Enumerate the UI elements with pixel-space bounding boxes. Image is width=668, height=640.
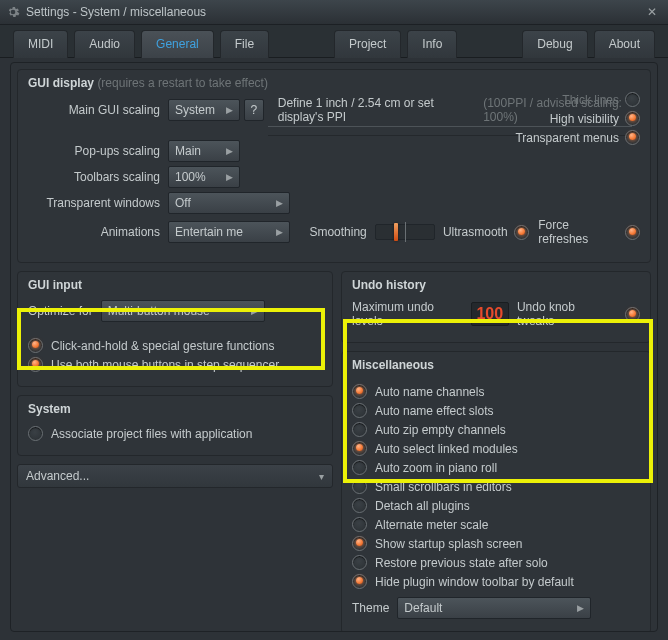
transparent-windows-label: Transparent windows <box>28 196 168 210</box>
smoothing-slider[interactable] <box>375 224 435 240</box>
ultrasmooth-label: Ultrasmooth <box>443 225 508 239</box>
tab-debug[interactable]: Debug <box>522 30 587 58</box>
tab-bar: MIDI Audio General File Project Info Deb… <box>0 25 668 58</box>
animations-combo[interactable]: Entertain me▶ <box>168 221 290 243</box>
tab-file[interactable]: File <box>220 30 269 58</box>
high-visibility-option[interactable]: High visibility <box>550 111 640 126</box>
misc-option-label: Auto name effect slots <box>375 404 494 418</box>
undo-knob-tweaks-option[interactable]: Undo knob tweaks <box>517 300 640 328</box>
help-button[interactable]: ? <box>244 99 264 121</box>
system-legend: System <box>28 402 322 416</box>
radio-icon <box>28 338 43 353</box>
click-hold-option[interactable]: Click-and-hold & special gesture functio… <box>28 338 322 353</box>
theme-value: Default <box>404 601 442 615</box>
chevron-right-icon: ▶ <box>243 306 258 316</box>
both-buttons-option[interactable]: Use both mouse buttons in step sequencer <box>28 357 322 372</box>
tab-audio[interactable]: Audio <box>74 30 135 58</box>
radio-icon <box>28 426 43 441</box>
gear-icon <box>6 5 20 19</box>
radio-icon <box>352 498 367 513</box>
animations-value: Entertain me <box>175 225 243 239</box>
misc-option[interactable]: Auto name effect slots <box>352 403 640 418</box>
theme-combo[interactable]: Default▶ <box>397 597 591 619</box>
chevron-right-icon: ▶ <box>218 105 233 115</box>
radio-icon <box>625 111 640 126</box>
popups-scaling-combo[interactable]: Main▶ <box>168 140 240 162</box>
transparent-windows-combo[interactable]: Off▶ <box>168 192 290 214</box>
misc-option[interactable]: Auto zip empty channels <box>352 422 640 437</box>
titlebar: Settings - System / miscellaneous ✕ <box>0 0 668 25</box>
radio-icon <box>28 357 43 372</box>
transparent-windows-value: Off <box>175 196 191 210</box>
misc-option-label: Detach all plugins <box>375 499 470 513</box>
chevron-right-icon: ▶ <box>268 227 283 237</box>
radio-icon <box>352 479 367 494</box>
close-icon[interactable]: ✕ <box>642 5 662 19</box>
radio-icon <box>352 555 367 570</box>
misc-legend: Miscellaneous <box>352 358 640 372</box>
transparent-menus-label: Transparent menus <box>515 131 619 145</box>
high-visibility-label: High visibility <box>550 112 619 126</box>
tab-project[interactable]: Project <box>334 30 401 58</box>
optimize-for-combo[interactable]: Multi-button mouse▶ <box>101 300 265 322</box>
tab-info[interactable]: Info <box>407 30 457 58</box>
misc-option[interactable]: Restore previous state after solo <box>352 555 640 570</box>
misc-option[interactable]: Detach all plugins <box>352 498 640 513</box>
settings-window: Settings - System / miscellaneous ✕ MIDI… <box>0 0 668 640</box>
ultrasmooth-option[interactable]: Ultrasmooth <box>443 225 529 240</box>
force-refreshes-option[interactable]: Force refreshes <box>538 218 640 246</box>
radio-icon <box>352 460 367 475</box>
thick-lines-option[interactable]: Thick lines <box>562 92 640 107</box>
toolbars-scaling-label: Toolbars scaling <box>28 170 168 184</box>
radio-icon <box>514 225 529 240</box>
gui-input-group: GUI input Optimize for Multi-button mous… <box>17 271 333 387</box>
radio-icon <box>352 422 367 437</box>
system-group: System Associate project files with appl… <box>17 395 333 456</box>
misc-option-label: Auto select linked modules <box>375 442 518 456</box>
misc-option-label: Small scrollbars in editors <box>375 480 512 494</box>
chevron-right-icon: ▶ <box>569 603 584 613</box>
toolbars-scaling-value: 100% <box>175 170 206 184</box>
radio-icon <box>625 92 640 107</box>
misc-option[interactable]: Auto zoom in piano roll <box>352 460 640 475</box>
advanced-toggle[interactable]: Advanced... ▾ <box>17 464 333 488</box>
click-hold-label: Click-and-hold & special gesture functio… <box>51 339 274 353</box>
optimize-for-value: Multi-button mouse <box>108 304 210 318</box>
misc-option[interactable]: Show startup splash screen <box>352 536 640 551</box>
misc-option[interactable]: Alternate meter scale <box>352 517 640 532</box>
misc-option-label: Auto name channels <box>375 385 484 399</box>
advanced-label: Advanced... <box>26 469 89 483</box>
gui-display-legend-text: GUI display <box>28 76 94 90</box>
tab-about[interactable]: About <box>594 30 655 58</box>
associate-label: Associate project files with application <box>51 427 252 441</box>
misc-option-label: Auto zip empty channels <box>375 423 506 437</box>
misc-option[interactable]: Auto select linked modules <box>352 441 640 456</box>
force-refreshes-label: Force refreshes <box>538 218 619 246</box>
settings-body: GUI display (requires a restart to take … <box>10 62 658 632</box>
gui-display-group: GUI display (requires a restart to take … <box>17 69 651 263</box>
main-scaling-combo[interactable]: System▶ <box>168 99 240 121</box>
undo-history-group: Undo history Maximum undo levels 100 Und… <box>341 271 651 343</box>
main-scaling-label: Main GUI scaling <box>28 103 168 117</box>
chevron-right-icon: ▶ <box>218 172 233 182</box>
thick-lines-label: Thick lines <box>562 93 619 107</box>
gui-display-legend-sub: (requires a restart to take effect) <box>97 76 268 90</box>
both-buttons-label: Use both mouse buttons in step sequencer <box>51 358 279 372</box>
tab-midi[interactable]: MIDI <box>13 30 68 58</box>
toolbars-scaling-combo[interactable]: 100%▶ <box>168 166 240 188</box>
radio-icon <box>352 517 367 532</box>
max-undo-label: Maximum undo levels <box>352 300 463 328</box>
window-title: Settings - System / miscellaneous <box>26 5 206 19</box>
main-scaling-value: System <box>175 103 215 117</box>
misc-option[interactable]: Small scrollbars in editors <box>352 479 640 494</box>
associate-option[interactable]: Associate project files with application <box>28 426 322 441</box>
transparent-menus-option[interactable]: Transparent menus <box>515 130 640 145</box>
max-undo-value[interactable]: 100 <box>471 302 509 326</box>
animations-label: Animations <box>28 225 168 239</box>
misc-option[interactable]: Hide plugin window toolbar by default <box>352 574 640 589</box>
tab-general[interactable]: General <box>141 30 214 58</box>
radio-icon <box>352 403 367 418</box>
misc-option-label: Alternate meter scale <box>375 518 488 532</box>
optimize-for-label: Optimize for <box>28 304 93 318</box>
misc-option[interactable]: Auto name channels <box>352 384 640 399</box>
